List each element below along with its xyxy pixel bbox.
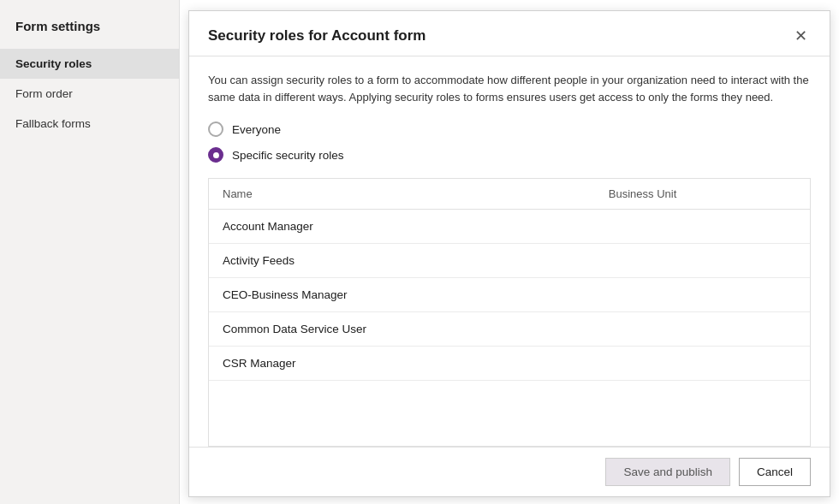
cell-role-name: Common Data Service User <box>209 312 595 347</box>
radio-specific-label: Specific security roles <box>232 149 344 162</box>
dialog-header: Security roles for Account form ✕ <box>189 11 830 56</box>
cell-role-name: CEO-Business Manager <box>209 278 595 312</box>
main-area: Security roles for Account form ✕ You ca… <box>180 0 839 504</box>
cell-business-unit <box>595 210 810 244</box>
table-row[interactable]: Common Data Service User <box>209 312 810 347</box>
table-row[interactable]: CEO-Business Manager <box>209 278 810 312</box>
dialog-footer: Save and publish Cancel <box>189 447 830 496</box>
dialog: Security roles for Account form ✕ You ca… <box>188 10 830 497</box>
cell-business-unit <box>595 347 810 381</box>
dialog-title: Security roles for Account form <box>208 27 425 44</box>
sidebar: Form settings Security roles Form order … <box>0 0 180 504</box>
close-button[interactable]: ✕ <box>791 27 811 45</box>
radio-everyone[interactable]: Everyone <box>208 122 811 137</box>
sidebar-item-security-roles[interactable]: Security roles <box>0 49 179 79</box>
col-header-name: Name <box>209 179 595 210</box>
radio-everyone-label: Everyone <box>232 123 281 136</box>
roles-table-container[interactable]: Name Business Unit Account ManagerActivi… <box>208 178 811 447</box>
cell-role-name: Account Manager <box>209 210 595 244</box>
sidebar-title: Form settings <box>0 9 179 49</box>
save-and-publish-button[interactable]: Save and publish <box>605 458 730 486</box>
radio-group: Everyone Specific security roles <box>208 122 811 163</box>
table-row[interactable]: CSR Manager <box>209 347 810 381</box>
radio-circle-everyone <box>208 122 223 137</box>
dialog-body: You can assign security roles to a form … <box>189 56 830 447</box>
roles-table: Name Business Unit Account ManagerActivi… <box>209 179 810 381</box>
col-header-business-unit: Business Unit <box>595 179 810 210</box>
cell-business-unit <box>595 312 810 347</box>
table-header-row: Name Business Unit <box>209 179 810 210</box>
cancel-button[interactable]: Cancel <box>739 458 811 486</box>
radio-circle-specific <box>208 147 223 163</box>
cell-business-unit <box>595 278 810 312</box>
cell-business-unit <box>595 244 810 278</box>
cell-role-name: Activity Feeds <box>209 244 595 278</box>
radio-specific[interactable]: Specific security roles <box>208 147 811 163</box>
cell-role-name: CSR Manager <box>209 347 595 381</box>
dialog-description: You can assign security roles to a form … <box>208 72 811 106</box>
table-row[interactable]: Account Manager <box>209 210 810 244</box>
sidebar-item-form-order[interactable]: Form order <box>0 79 179 109</box>
table-row[interactable]: Activity Feeds <box>209 244 810 278</box>
sidebar-item-fallback-forms[interactable]: Fallback forms <box>0 109 179 139</box>
